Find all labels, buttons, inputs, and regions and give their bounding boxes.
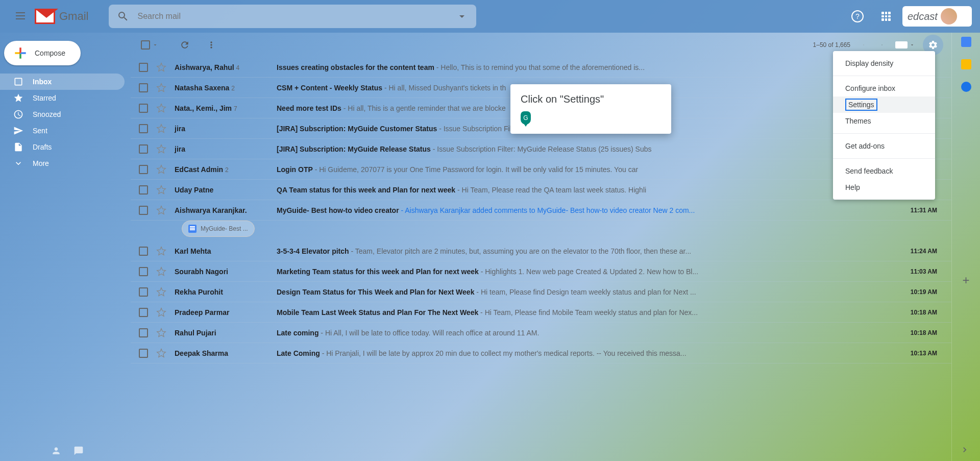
tooltip-text: Click on "Settings" <box>521 93 661 105</box>
email-row[interactable]: Karl Mehta3-5-3-4 Elevator pitch - Team,… <box>131 241 951 261</box>
nav-item-starred[interactable]: Starred <box>0 90 125 106</box>
guide-tooltip: Click on "Settings" G <box>510 84 671 134</box>
apps-button[interactable] <box>874 4 898 29</box>
attachment-row: MyGuide- Best ... <box>131 221 951 241</box>
get-addons-button[interactable]: + <box>962 273 969 287</box>
email-row[interactable]: Rekha PurohitDesign Team Status for This… <box>131 282 951 302</box>
nav-item-drafts[interactable]: Drafts <box>0 139 125 155</box>
email-sender: Natasha Saxena 2 <box>175 84 277 92</box>
search-icon <box>117 10 129 22</box>
menu-item-help[interactable]: Help <box>833 179 935 196</box>
calendar-addon[interactable] <box>961 37 971 47</box>
menu-item-label: Settings <box>845 99 877 111</box>
bottom-bar <box>0 441 135 461</box>
star-icon[interactable] <box>156 62 166 72</box>
email-row[interactable]: Rahul PujariLate coming - Hi All, I will… <box>131 323 951 343</box>
menu-item-settings[interactable]: Settings <box>833 96 935 113</box>
email-checkbox[interactable] <box>139 165 148 174</box>
star-icon[interactable] <box>156 307 166 318</box>
attachment-chip[interactable]: MyGuide- Best ... <box>182 221 255 237</box>
input-tools[interactable] <box>895 41 915 48</box>
more-button[interactable] <box>206 40 216 50</box>
star-icon[interactable] <box>156 83 166 93</box>
compose-button[interactable]: Compose <box>4 41 81 65</box>
email-row[interactable]: jira[JIRA] Subscription: MyGuide Release… <box>131 139 951 159</box>
nav-item-sent[interactable]: Sent <box>0 123 125 139</box>
tasks-addon[interactable] <box>961 82 971 92</box>
hangouts-chat-icon[interactable] <box>74 446 84 456</box>
search-options-dropdown[interactable] <box>456 10 468 22</box>
sidebar: Compose InboxStarredSnoozedSentDraftsMor… <box>0 33 131 461</box>
select-dropdown[interactable] <box>152 42 158 48</box>
keep-addon[interactable] <box>961 59 971 69</box>
star-icon[interactable] <box>156 185 166 195</box>
menu-item-send-feedback[interactable]: Send feedback <box>833 163 935 179</box>
email-checkbox[interactable] <box>139 308 148 317</box>
email-checkbox[interactable] <box>139 287 148 297</box>
email-row[interactable]: Aishwarya Karanjkar.MyGuide- Best how-to… <box>131 200 951 221</box>
email-checkbox[interactable] <box>139 144 148 154</box>
main-menu-button[interactable] <box>8 4 33 29</box>
email-row[interactable]: Sourabh NagoriMarketing Team status for … <box>131 261 951 282</box>
email-row[interactable]: Deepak SharmaLate Coming - Hi Pranjali, … <box>131 343 951 363</box>
star-icon[interactable] <box>156 328 166 338</box>
nav-item-more[interactable]: More <box>0 155 125 172</box>
email-checkbox[interactable] <box>139 206 148 215</box>
star-icon[interactable] <box>156 266 166 277</box>
nav-icon <box>13 142 23 152</box>
menu-divider <box>833 133 935 134</box>
nav-item-inbox[interactable]: Inbox <box>0 74 125 90</box>
apps-grid-icon <box>881 12 891 21</box>
star-icon[interactable] <box>156 246 166 256</box>
hide-side-panel[interactable] <box>960 445 970 455</box>
email-checkbox[interactable] <box>139 349 148 358</box>
doc-icon <box>188 225 197 233</box>
nav-icon <box>13 93 23 103</box>
menu-item-label: Display density <box>845 59 893 67</box>
email-checkbox[interactable] <box>139 124 148 133</box>
tooltip-badge-icon: G <box>521 111 531 125</box>
help-icon: ? <box>851 10 864 22</box>
menu-item-get-add-ons[interactable]: Get add-ons <box>833 138 935 154</box>
newer-button[interactable] <box>859 40 869 50</box>
email-row[interactable]: Pradeep ParmarMobile Team Last Week Stat… <box>131 302 951 323</box>
support-button[interactable]: ? <box>845 4 870 29</box>
email-row[interactable]: Uday PatneQA Team status for this week a… <box>131 180 951 200</box>
email-checkbox[interactable] <box>139 83 148 92</box>
email-checkbox[interactable] <box>139 328 148 337</box>
menu-item-configure-inbox[interactable]: Configure inbox <box>833 80 935 96</box>
attachment-name: MyGuide- Best ... <box>201 225 248 232</box>
star-icon[interactable] <box>156 348 166 358</box>
search-input[interactable] <box>137 12 456 21</box>
star-icon[interactable] <box>156 103 166 113</box>
hangouts-contacts-icon[interactable] <box>51 446 61 456</box>
email-time: 11:03 AM <box>902 268 943 275</box>
email-row[interactable]: Aishwarya, Rahul 4Issues creating obstac… <box>131 57 951 78</box>
star-icon[interactable] <box>156 164 166 175</box>
email-subject: Late coming - Hi All, I will be late to … <box>277 329 902 337</box>
older-button[interactable] <box>877 40 887 50</box>
menu-item-display-density[interactable]: Display density <box>833 55 935 71</box>
select-all-checkbox[interactable] <box>141 40 150 50</box>
header-right: ? edcast <box>845 4 972 29</box>
menu-divider <box>833 76 935 76</box>
email-row[interactable]: EdCast Admin 2Login OTP - Hi Guideme, 20… <box>131 159 951 180</box>
menu-item-label: Get add-ons <box>845 142 885 150</box>
search-box[interactable] <box>109 5 476 28</box>
email-subject: 3-5-3-4 Elevator pitch - Team, Elevator … <box>277 247 902 255</box>
star-icon[interactable] <box>156 144 166 154</box>
email-checkbox[interactable] <box>139 63 148 72</box>
pagination-text: 1–50 of 1,665 <box>813 41 850 48</box>
refresh-button[interactable] <box>180 40 190 50</box>
email-checkbox[interactable] <box>139 267 148 276</box>
menu-item-themes[interactable]: Themes <box>833 113 935 129</box>
email-checkbox[interactable] <box>139 247 148 256</box>
email-checkbox[interactable] <box>139 185 148 195</box>
nav-item-snoozed[interactable]: Snoozed <box>0 106 125 123</box>
edcast-card[interactable]: edcast <box>902 6 972 27</box>
star-icon[interactable] <box>156 205 166 215</box>
star-icon[interactable] <box>156 287 166 297</box>
star-icon[interactable] <box>156 124 166 134</box>
email-checkbox[interactable] <box>139 104 148 113</box>
gmail-logo[interactable]: Gmail <box>35 9 88 24</box>
